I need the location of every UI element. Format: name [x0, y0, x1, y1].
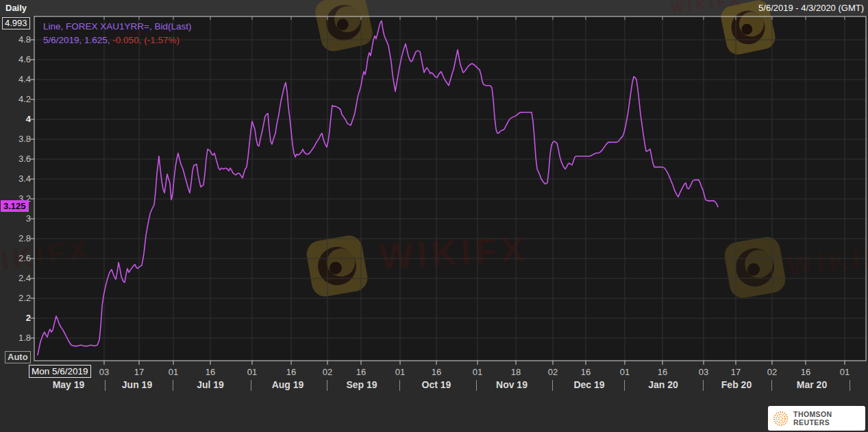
month-separator [850, 380, 850, 391]
x-tick-label: 01 [163, 367, 184, 377]
month-label: Nov 19 [483, 379, 541, 390]
x-tick-label: 16 [200, 367, 221, 377]
month-separator [476, 380, 477, 391]
y-tick-label: 2 [0, 313, 31, 324]
x-tick-label: 02 [762, 367, 782, 377]
x-tick-label: 16 [795, 367, 816, 377]
legend-date-value: 5/6/2019, 1.625, [43, 35, 110, 45]
y-tick-label: 4.4 [0, 74, 31, 85]
month-separator [327, 380, 327, 391]
x-tick-label: 01 [242, 367, 262, 377]
month-label: May 19 [40, 379, 97, 390]
month-separator [251, 380, 251, 391]
x-tick-label: 17 [129, 367, 149, 377]
month-separator [624, 380, 625, 391]
x-axis-start-date-box[interactable]: Mon 5/6/2019 [29, 365, 91, 378]
y-tick-label: 4.8 [0, 34, 31, 45]
legend-series-label[interactable]: Line, FOREX XAU1YRR=, Bid(Last) [43, 20, 191, 34]
y-tick-label: 2.4 [0, 273, 31, 284]
x-tick-label: 02 [543, 367, 563, 377]
x-tick-label: 16 [351, 367, 371, 377]
month-label: Jun 19 [108, 379, 166, 390]
chart-window: Daily 5/6/2019 - 4/3/2020 (GMT) WIKIFXWI… [0, 0, 868, 432]
month-label: Feb 20 [708, 379, 765, 390]
month-label: Jul 19 [182, 379, 239, 390]
y-tick-label: 3.6 [0, 154, 31, 165]
x-tick-label: 16 [652, 367, 673, 377]
x-tick-label: 01 [390, 367, 410, 377]
x-tick-label: 03 [94, 367, 114, 377]
y-tick-label: 1.8 [0, 333, 31, 344]
thomson-reuters-card: THOMSON REUTERS [768, 406, 865, 431]
y-tick-label: 3.8 [0, 134, 31, 145]
x-tick-label: 17 [726, 367, 746, 377]
month-separator [771, 380, 772, 391]
x-tick-label: 01 [467, 367, 488, 377]
plot-background[interactable] [34, 16, 866, 361]
month-label: Aug 19 [259, 379, 317, 390]
month-label: Sep 19 [333, 379, 390, 390]
x-tick-label: 01 [615, 367, 635, 377]
interval-selector[interactable]: Daily [5, 3, 27, 13]
y-tick-label: 4.6 [0, 54, 31, 65]
y-axis-max-box[interactable]: 4.993 [2, 17, 30, 29]
legend-change-value: -0.050, (-1.57%) [112, 35, 179, 45]
watermark-badge-icon [305, 234, 370, 299]
x-tick-label: 03 [693, 367, 714, 377]
x-tick-label: 18 [506, 367, 526, 377]
x-tick-label: 16 [575, 367, 596, 377]
month-separator [105, 380, 106, 391]
y-tick-label: 2.8 [0, 233, 31, 244]
watermark-text-center: WIKIFX [379, 229, 530, 276]
month-label: Oct 19 [408, 379, 465, 390]
month-separator [552, 380, 553, 391]
x-tick-label: 02 [317, 367, 338, 377]
y-tick-label: 2.2 [0, 293, 31, 304]
y-axis-auto-button[interactable]: Auto [5, 351, 31, 363]
x-tick-label: 16 [281, 367, 301, 377]
y-tick-label: 3 [0, 213, 31, 224]
month-separator [703, 380, 704, 391]
thomson-reuters-logo-icon [772, 409, 789, 428]
x-tick-label: 16 [426, 367, 447, 377]
y-tick-label: 2.6 [0, 253, 31, 264]
y-tick-label: 4 [0, 114, 31, 125]
watermark-badge-icon [723, 235, 788, 300]
thomson-reuters-wordmark: THOMSON REUTERS [793, 410, 865, 427]
date-range-label: 5/6/2019 - 4/3/2020 (GMT) [758, 3, 864, 13]
y-tick-label: 3.4 [0, 173, 31, 184]
month-label: Jan 20 [634, 379, 692, 390]
month-label: Mar 20 [783, 379, 841, 390]
month-label: Dec 19 [560, 379, 618, 390]
month-separator [399, 380, 400, 391]
y-tick-label: 4.2 [0, 94, 31, 105]
month-separator [173, 380, 173, 391]
last-price-badge: 3.125 [1, 200, 29, 212]
chart-legend: Line, FOREX XAU1YRR=, Bid(Last) 5/6/2019… [43, 20, 191, 47]
x-tick-label: 01 [834, 367, 855, 377]
